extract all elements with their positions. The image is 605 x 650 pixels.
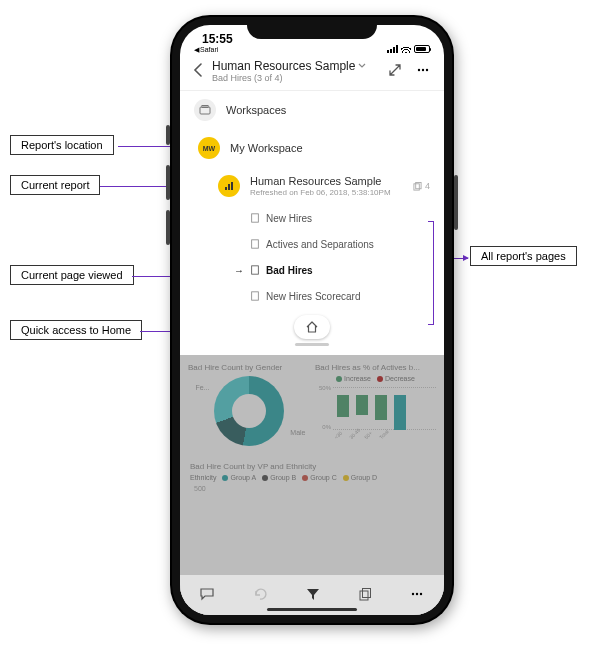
svg-rect-10 <box>252 214 259 222</box>
home-icon <box>305 320 319 334</box>
home-button[interactable] <box>294 315 330 339</box>
nav-report-refreshed: Refreshed on Feb 06, 2018, 5:38:10PM <box>250 188 403 197</box>
nav-workspaces[interactable]: Workspaces <box>180 91 444 129</box>
svg-rect-12 <box>252 266 259 274</box>
device-notch <box>247 17 377 39</box>
chevron-down-icon <box>358 63 366 69</box>
sheet-handle[interactable] <box>295 343 329 346</box>
current-page-arrow-icon: → <box>234 265 244 276</box>
page-icon <box>250 239 260 249</box>
page-label: Bad Hires <box>266 265 313 276</box>
my-workspace-icon: MW <box>198 137 220 159</box>
copy-button[interactable] <box>358 587 372 604</box>
svg-rect-14 <box>360 591 368 600</box>
header-title-text: Human Resources Sample <box>212 59 355 73</box>
svg-point-2 <box>426 69 428 71</box>
nav-page-actives-separations[interactable]: → Actives and Separations <box>180 231 444 257</box>
nav-report-badge: 4 <box>413 181 430 191</box>
volume-down-button <box>166 210 170 245</box>
report-canvas: Bad Hire Count by Gender Fe... Male Bad … <box>180 355 444 615</box>
svg-point-1 <box>422 69 424 71</box>
svg-point-18 <box>420 592 422 594</box>
nav-workspaces-label: Workspaces <box>226 104 430 116</box>
workspaces-icon <box>194 99 216 121</box>
screen: 15:55 ◀ Safari Human Resources Sample <box>180 25 444 615</box>
more-actions-button[interactable] <box>409 587 425 604</box>
svg-rect-5 <box>225 187 227 190</box>
undo-button[interactable] <box>252 587 268 604</box>
device-frame: 15:55 ◀ Safari Human Resources Sample <box>170 15 454 625</box>
page-icon <box>250 291 260 301</box>
page-label: New Hires Scorecard <box>266 291 360 302</box>
back-button[interactable] <box>190 63 206 81</box>
page-label: Actives and Separations <box>266 239 374 250</box>
status-time: 15:55 <box>194 33 233 45</box>
breadcrumb-panel: Workspaces MW My Workspace Human Resourc… <box>180 91 444 346</box>
svg-point-0 <box>418 69 420 71</box>
callout-current-page: Current page viewed <box>10 265 134 285</box>
wifi-icon <box>401 45 411 53</box>
svg-point-16 <box>412 592 414 594</box>
nav-my-workspace[interactable]: MW My Workspace <box>180 129 444 167</box>
page-label: New Hires <box>266 213 312 224</box>
callout-all-pages: All report's pages <box>470 246 577 266</box>
callout-report-location: Report's location <box>10 135 114 155</box>
svg-rect-6 <box>228 184 230 190</box>
page-icon <box>250 265 260 275</box>
power-button <box>454 175 458 230</box>
cell-signal-icon <box>387 45 398 53</box>
silence-switch <box>166 125 170 145</box>
header-subtitle: Bad Hires (3 of 4) <box>212 73 378 84</box>
nav-current-report[interactable]: Human Resources Sample Refreshed on Feb … <box>180 167 444 205</box>
nav-my-workspace-label: My Workspace <box>230 142 430 154</box>
svg-rect-11 <box>252 240 259 248</box>
header-title-dropdown[interactable]: Human Resources Sample Bad Hires (3 of 4… <box>212 59 378 84</box>
nav-report-title: Human Resources Sample <box>250 175 403 187</box>
filter-button[interactable] <box>306 587 320 604</box>
svg-rect-7 <box>231 182 233 190</box>
more-button[interactable] <box>412 63 434 80</box>
callout-current-report: Current report <box>10 175 100 195</box>
svg-rect-3 <box>200 107 210 114</box>
svg-rect-15 <box>362 588 370 597</box>
battery-icon <box>414 45 430 53</box>
svg-point-17 <box>416 592 418 594</box>
nav-page-bad-hires[interactable]: → Bad Hires <box>180 257 444 283</box>
comment-button[interactable] <box>199 587 215 604</box>
pages-icon <box>413 182 422 191</box>
svg-rect-13 <box>252 292 259 300</box>
callout-quick-home: Quick access to Home <box>10 320 142 340</box>
status-back-to-app[interactable]: ◀ Safari <box>194 46 233 53</box>
nav-page-new-hires[interactable]: → New Hires <box>180 205 444 231</box>
volume-up-button <box>166 165 170 200</box>
report-header: Human Resources Sample Bad Hires (3 of 4… <box>180 55 444 91</box>
report-icon <box>218 175 240 197</box>
pages-bracket <box>428 221 434 325</box>
nav-page-scorecard[interactable]: → New Hires Scorecard <box>180 283 444 309</box>
expand-button[interactable] <box>384 63 406 80</box>
page-icon <box>250 213 260 223</box>
home-indicator[interactable] <box>267 608 357 611</box>
